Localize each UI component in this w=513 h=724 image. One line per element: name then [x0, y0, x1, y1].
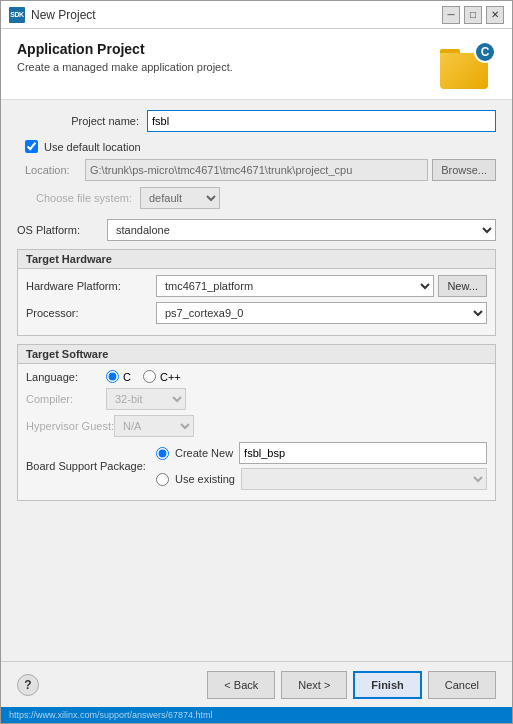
hw-platform-label: Hardware Platform: — [26, 280, 156, 292]
bsp-create-label: Create New — [175, 447, 233, 459]
compiler-label: Compiler: — [26, 393, 106, 405]
back-button[interactable]: < Back — [207, 671, 275, 699]
c-badge-icon: C — [474, 41, 496, 63]
window-title: New Project — [31, 8, 442, 22]
project-name-label: Project name: — [17, 115, 147, 127]
browse-button[interactable]: Browse... — [432, 159, 496, 181]
language-cpp-option[interactable]: C++ — [143, 370, 181, 383]
footer-left: ? — [17, 674, 39, 696]
hw-new-button[interactable]: New... — [438, 275, 487, 297]
hw-content: Hardware Platform: tmc4671_platform New.… — [18, 269, 495, 335]
processor-controls: ps7_cortexa9_0 — [156, 302, 487, 324]
help-button[interactable]: ? — [17, 674, 39, 696]
target-hardware-section: Target Hardware Hardware Platform: tmc46… — [17, 249, 496, 336]
bsp-existing-row: Use existing — [156, 468, 487, 490]
compiler-row: Compiler: 32-bit — [26, 388, 487, 410]
filesystem-row: Choose file system: default — [17, 187, 496, 209]
footer-right: < Back Next > Finish Cancel — [207, 671, 496, 699]
processor-select[interactable]: ps7_cortexa9_0 — [156, 302, 487, 324]
header-text: Application Project Create a managed mak… — [17, 41, 233, 73]
hw-platform-select[interactable]: tmc4671_platform — [156, 275, 434, 297]
use-default-location-label: Use default location — [44, 141, 141, 153]
dialog-title: Application Project — [17, 41, 233, 57]
use-default-location-checkbox[interactable] — [25, 140, 38, 153]
bsp-existing-radio[interactable] — [156, 473, 169, 486]
project-name-input[interactable] — [147, 110, 496, 132]
bsp-create-input[interactable] — [239, 442, 487, 464]
processor-label: Processor: — [26, 307, 156, 319]
close-button[interactable]: ✕ — [486, 6, 504, 24]
maximize-button[interactable]: □ — [464, 6, 482, 24]
target-software-section: Target Software Language: C C++ — [17, 344, 496, 501]
sw-section-title: Target Software — [18, 345, 495, 364]
language-c-radio[interactable] — [106, 370, 119, 383]
dialog-subtitle: Create a managed make application projec… — [17, 61, 233, 73]
bsp-options: Create New Use existing — [156, 442, 487, 490]
sw-content: Language: C C++ Compiler: — [18, 364, 495, 500]
status-bar: https://www.xilinx.com/support/answers/6… — [1, 707, 512, 723]
language-row: Language: C C++ — [26, 370, 487, 383]
filesystem-select[interactable]: default — [140, 187, 220, 209]
language-label: Language: — [26, 371, 106, 383]
bsp-existing-label: Use existing — [175, 473, 235, 485]
language-cpp-label: C++ — [160, 371, 181, 383]
finish-button[interactable]: Finish — [353, 671, 421, 699]
header-icon: C — [440, 41, 496, 89]
content-area: Project name: Use default location Locat… — [1, 100, 512, 661]
location-row: Location: Browse... — [17, 159, 496, 181]
compiler-select: 32-bit — [106, 388, 186, 410]
titlebar: SDK New Project ─ □ ✕ — [1, 1, 512, 29]
hypervisor-label: Hypervisor Guest: — [26, 420, 114, 432]
location-label: Location: — [25, 164, 85, 176]
hypervisor-row: Hypervisor Guest: N/A — [26, 415, 487, 437]
next-button[interactable]: Next > — [281, 671, 347, 699]
bsp-row: Board Support Package: Create New Use ex… — [26, 442, 487, 490]
hw-platform-row: Hardware Platform: tmc4671_platform New.… — [26, 275, 487, 297]
os-platform-select[interactable]: standalone — [107, 219, 496, 241]
window-controls: ─ □ ✕ — [442, 6, 504, 24]
language-c-option[interactable]: C — [106, 370, 131, 383]
footer: ? < Back Next > Finish Cancel — [1, 661, 512, 707]
language-c-label: C — [123, 371, 131, 383]
app-icon: SDK — [9, 7, 25, 23]
status-text: https://www.xilinx.com/support/answers/6… — [9, 710, 213, 720]
bsp-label: Board Support Package: — [26, 460, 156, 472]
minimize-button[interactable]: ─ — [442, 6, 460, 24]
bsp-existing-select — [241, 468, 487, 490]
bsp-create-row: Create New — [156, 442, 487, 464]
default-location-row: Use default location — [17, 140, 496, 153]
os-platform-label: OS Platform: — [17, 224, 107, 236]
window: SDK New Project ─ □ ✕ Application Projec… — [0, 0, 513, 724]
project-name-row: Project name: — [17, 110, 496, 132]
language-radio-group: C C++ — [106, 370, 181, 383]
location-input — [85, 159, 428, 181]
hw-section-title: Target Hardware — [18, 250, 495, 269]
cancel-button[interactable]: Cancel — [428, 671, 496, 699]
bsp-create-radio[interactable] — [156, 447, 169, 460]
processor-row: Processor: ps7_cortexa9_0 — [26, 302, 487, 324]
header: Application Project Create a managed mak… — [1, 29, 512, 100]
language-cpp-radio[interactable] — [143, 370, 156, 383]
hypervisor-select: N/A — [114, 415, 194, 437]
hw-platform-controls: tmc4671_platform New... — [156, 275, 487, 297]
os-platform-row: OS Platform: standalone — [17, 219, 496, 241]
filesystem-label: Choose file system: — [25, 192, 140, 204]
